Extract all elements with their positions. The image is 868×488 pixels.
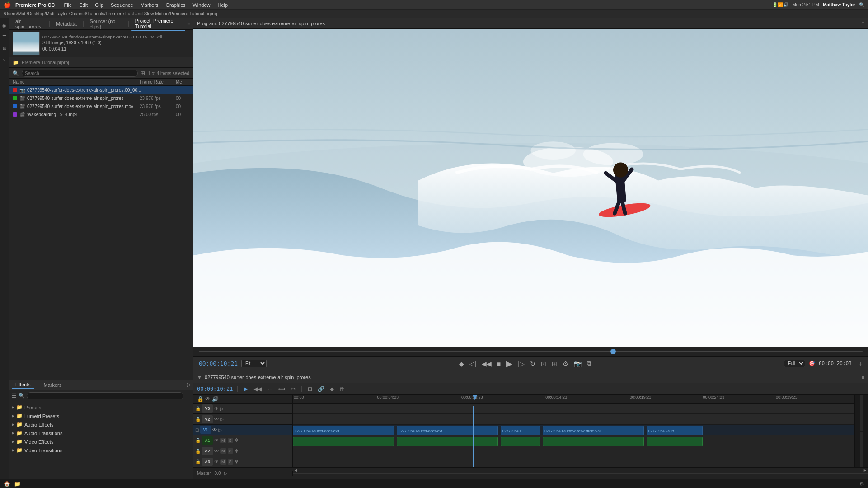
scrub-bar[interactable] <box>193 347 868 356</box>
a2-eye-icon[interactable]: 👁 <box>214 449 219 454</box>
status-folder-icon[interactable]: 📁 <box>14 481 21 487</box>
tl-tool-audio[interactable]: 🔊 <box>212 396 219 402</box>
audio-clip-a1-1[interactable] <box>293 437 394 446</box>
ripple-tool-btn[interactable]: ↔ <box>266 385 274 393</box>
search-input[interactable] <box>22 70 138 77</box>
v2-expand-icon[interactable]: ▷ <box>220 417 224 422</box>
export-frame-btn[interactable]: 📷 <box>573 359 582 368</box>
clip-v1-4[interactable]: 027799540-surfer-does-extreme-ai... <box>543 426 644 436</box>
step-back-btn[interactable]: ◁| <box>469 359 477 368</box>
v3-eye-icon[interactable]: 👁 <box>214 406 219 411</box>
tl-tool-lock[interactable]: 🔒 <box>197 396 204 402</box>
panel-menu-icon[interactable]: ≡ <box>187 21 190 27</box>
v1-expand-icon[interactable]: ▷ <box>218 427 222 432</box>
col-fps-header[interactable]: Frame Rate <box>140 80 176 84</box>
status-icon-home[interactable]: 🏠 <box>4 481 10 487</box>
output-btn[interactable]: ⊞ <box>551 359 558 368</box>
a3-mic-icon[interactable]: 🎙 <box>235 459 239 464</box>
a3-eye-icon[interactable]: 👁 <box>214 459 219 464</box>
timeline-playhead[interactable] <box>473 406 474 467</box>
effects-presets[interactable]: ▶ 📁 Presets <box>9 403 193 412</box>
a2-mic-icon[interactable]: 🎙 <box>235 449 239 454</box>
effects-options-icon[interactable]: ⋯ <box>185 393 190 399</box>
tab-source[interactable]: Source: (no clips) <box>86 18 126 31</box>
rate-stretch-tool-btn[interactable]: ⟺ <box>277 385 287 393</box>
tab-project[interactable]: Project: Premiere Tutorial <box>131 18 185 31</box>
a2-lock-icon[interactable]: 🔒 <box>195 449 201 454</box>
effects-new-btn[interactable]: ☰ <box>12 393 17 399</box>
loop-btn[interactable]: ↻ <box>529 359 536 368</box>
menu-window[interactable]: Window <box>190 2 213 8</box>
step-fwd-btn[interactable]: |▷ <box>517 359 525 368</box>
file-item-3[interactable]: 🎬 027799540-surfer-does-extreme-air-spin… <box>9 102 193 110</box>
clip-v1-1[interactable]: 027799540-surfer-does-extr... <box>293 426 394 436</box>
effects-video-transitions[interactable]: ▶ 📁 Video Transitions <box>9 446 193 455</box>
menu-graphics[interactable]: Graphics <box>163 2 188 8</box>
a3-solo-btn[interactable]: S <box>228 459 233 465</box>
view-toggle-icon[interactable]: ⊞ <box>141 70 145 76</box>
add-marker-btn[interactable]: ◆ <box>458 359 465 368</box>
linked-btn[interactable]: 🔗 <box>316 385 326 393</box>
quality-selector[interactable]: Full 1/2 1/4 1/8 <box>784 360 805 367</box>
effects-expand-icon[interactable]: ⟩⟩ <box>187 382 190 387</box>
menu-markers[interactable]: Markers <box>138 2 161 8</box>
a2-solo-btn[interactable]: S <box>228 448 233 454</box>
add-clip-btn[interactable]: + <box>859 360 863 367</box>
a1-lock-icon[interactable]: 🔒 <box>195 438 201 443</box>
selection-tool-btn[interactable]: ▶ <box>242 385 249 393</box>
timeline-timecode[interactable]: 00:00:10:21 <box>197 386 233 392</box>
a2-mute-btn[interactable]: M <box>220 448 226 454</box>
a3-lock-icon[interactable]: 🔒 <box>195 459 201 464</box>
track-row-a1[interactable] <box>293 435 854 446</box>
tools-list-btn[interactable]: ☰ <box>1 33 8 41</box>
a3-mute-btn[interactable]: M <box>220 459 226 465</box>
v2-eye-icon[interactable]: 👁 <box>214 417 219 422</box>
clip-v1-2[interactable]: 027799540-surfer-does-ext... <box>397 426 498 436</box>
track-row-v3[interactable] <box>293 404 854 414</box>
timeline-menu-icon[interactable]: ≡ <box>862 375 864 380</box>
effects-audio-effects[interactable]: ▶ 📁 Audio Effects <box>9 420 193 429</box>
tab-air-spin[interactable]: air-spin_prores <box>12 18 47 31</box>
apple-logo-icon[interactable]: 🍎 <box>4 1 11 8</box>
v1-eye-icon[interactable]: 👁 <box>212 427 217 432</box>
tools-grid-btn[interactable]: ⊞ <box>1 44 8 52</box>
col-name-header[interactable]: Name <box>13 80 140 84</box>
tab-metadata[interactable]: Metadata <box>52 20 80 28</box>
razor-tool-btn[interactable]: ✂ <box>290 385 297 393</box>
audio-clip-a1-5[interactable] <box>647 437 703 446</box>
sequence-settings-btn[interactable]: 🗑 <box>338 385 346 393</box>
menu-clip[interactable]: Clip <box>92 2 106 8</box>
play-back-btn[interactable]: ◀◀ <box>481 359 493 368</box>
track-row-v1[interactable]: 027799540-surfer-does-extr... 027799540-… <box>293 425 854 436</box>
a1-mute-btn[interactable]: M <box>220 438 226 443</box>
v1-label[interactable]: V1 <box>200 426 211 434</box>
tools-circle-btn[interactable]: ○ <box>1 56 7 63</box>
scrub-handle[interactable] <box>610 349 616 354</box>
track-row-a2[interactable] <box>293 446 854 457</box>
audio-clip-a1-4[interactable] <box>543 437 644 446</box>
effects-search-input[interactable] <box>27 392 183 399</box>
track-row-v2[interactable] <box>293 414 854 425</box>
add-marker-tl-btn[interactable]: ◆ <box>328 385 335 393</box>
effects-tab[interactable]: Effects <box>12 381 34 389</box>
effects-lumetri-presets[interactable]: ▶ 📁 Lumetri Presets <box>9 412 193 420</box>
menu-sequence[interactable]: Sequence <box>108 2 136 8</box>
stop-btn[interactable]: ■ <box>496 359 502 368</box>
tools-home-btn[interactable]: ◉ <box>1 22 8 29</box>
audio-clip-a1-2[interactable] <box>397 437 498 446</box>
gang-btn[interactable]: ⧉ <box>586 359 592 368</box>
effects-video-effects[interactable]: ▶ 📁 Video Effects <box>9 437 193 446</box>
search-menu-icon[interactable]: 🔍 <box>859 2 864 7</box>
v3-lock-icon[interactable]: 🔒 <box>195 406 201 411</box>
a1-solo-btn[interactable]: S <box>228 438 233 443</box>
snap-btn[interactable]: ⊡ <box>306 385 314 393</box>
track-select-tool-btn[interactable]: ◀◀ <box>252 385 263 393</box>
master-expand-icon[interactable]: ▷ <box>224 471 228 476</box>
effects-audio-transitions[interactable]: ▶ 📁 Audio Transitions <box>9 429 193 437</box>
timeline-ruler[interactable]: 00:00 00:00:04:23 00:00:09:23 00:00:14:2… <box>293 395 854 404</box>
status-settings-icon[interactable]: ⚙ <box>859 481 864 487</box>
v2-lock-icon[interactable]: 🔒 <box>195 417 201 422</box>
v3-expand-icon[interactable]: ▷ <box>220 406 224 411</box>
file-item-4[interactable]: 🎬 Wakeboarding - 914.mp4 25.00 fps 00 <box>9 110 193 118</box>
fit-selector[interactable]: Fit 25% 50% 75% 100% <box>241 360 267 367</box>
